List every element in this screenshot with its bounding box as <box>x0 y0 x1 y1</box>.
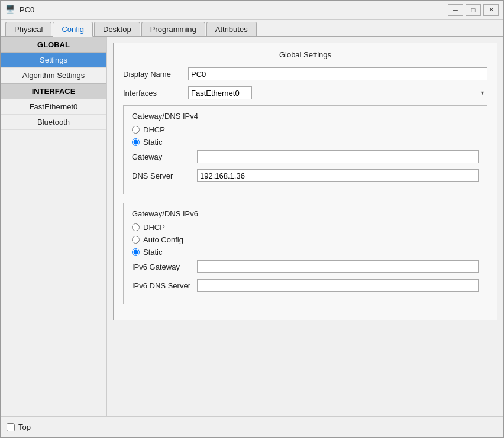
ipv6-gateway-input[interactable] <box>197 260 479 273</box>
minimize-button[interactable]: ─ <box>448 4 463 16</box>
ipv6-static-radio[interactable] <box>132 248 140 256</box>
ipv6-dns-label: IPv6 DNS Server <box>132 281 197 290</box>
ipv6-autoconfig-row: Auto Config <box>132 235 479 244</box>
dns-server-label: DNS Server <box>132 171 197 180</box>
right-panel: Global Settings Display Name Interfaces … <box>107 37 503 416</box>
panel-title: Global Settings <box>123 50 487 59</box>
top-checkbox[interactable] <box>7 423 15 431</box>
ipv4-dhcp-label: DHCP <box>143 125 165 134</box>
ipv6-dns-input[interactable] <box>197 279 479 292</box>
sidebar-item-fastethernet0[interactable]: FastEthernet0 <box>1 99 106 115</box>
close-button[interactable]: ✕ <box>483 4 499 16</box>
ipv4-dhcp-row: DHCP <box>132 125 479 134</box>
ipv6-dhcp-radio[interactable] <box>132 223 140 231</box>
tab-physical[interactable]: Physical <box>5 22 51 36</box>
display-name-input[interactable] <box>188 67 487 80</box>
ipv4-static-label: Static <box>143 138 163 147</box>
dns-server-row: DNS Server <box>132 169 479 182</box>
ipv6-static-label: Static <box>143 248 163 257</box>
ipv6-dns-row: IPv6 DNS Server <box>132 279 479 292</box>
window-title: PC0 <box>20 5 34 14</box>
ipv4-title: Gateway/DNS IPv4 <box>132 112 479 121</box>
app-icon: 🖥️ <box>5 5 16 15</box>
gateway-row: Gateway <box>132 150 479 163</box>
dns-server-input[interactable] <box>197 169 479 182</box>
interfaces-row: Interfaces FastEthernet0 Bluetooth <box>123 86 487 99</box>
sidebar-item-algorithm-settings[interactable]: Algorithm Settings <box>1 68 106 83</box>
interfaces-select-wrapper: FastEthernet0 Bluetooth <box>188 86 487 99</box>
sidebar-global-header: GLOBAL <box>1 37 106 53</box>
title-bar-controls: ─ □ ✕ <box>448 4 499 16</box>
ipv4-section: Gateway/DNS IPv4 DHCP Static Gateway <box>123 105 487 194</box>
title-bar-left: 🖥️ PC0 <box>5 5 34 15</box>
main-content: GLOBAL Settings Algorithm Settings INTER… <box>1 37 503 416</box>
title-bar: 🖥️ PC0 ─ □ ✕ <box>1 1 503 20</box>
display-name-row: Display Name <box>123 67 487 80</box>
ipv6-autoconfig-label: Auto Config <box>143 235 183 244</box>
ipv4-dhcp-radio[interactable] <box>132 126 140 134</box>
sidebar-item-bluetooth[interactable]: Bluetooth <box>1 115 106 130</box>
ipv6-autoconfig-radio[interactable] <box>132 236 140 244</box>
sidebar-item-settings[interactable]: Settings <box>1 53 106 68</box>
main-window: 🖥️ PC0 ─ □ ✕ Physical Config Desktop Pro… <box>0 0 504 438</box>
sidebar-scroll: GLOBAL Settings Algorithm Settings INTER… <box>1 37 106 416</box>
ipv6-dhcp-row: DHCP <box>132 223 479 232</box>
tab-config[interactable]: Config <box>53 22 93 37</box>
sidebar: GLOBAL Settings Algorithm Settings INTER… <box>1 37 107 416</box>
ipv6-section: Gateway/DNS IPv6 DHCP Auto Config Static <box>123 203 487 304</box>
bottom-bar: Top <box>1 416 503 437</box>
ipv6-title: Gateway/DNS IPv6 <box>132 209 479 218</box>
ipv4-static-row: Static <box>132 138 479 147</box>
ipv6-gateway-row: IPv6 Gateway <box>132 260 479 273</box>
tab-bar: Physical Config Desktop Programming Attr… <box>1 20 503 37</box>
tab-programming[interactable]: Programming <box>141 22 205 36</box>
ipv4-static-radio[interactable] <box>132 138 140 146</box>
interfaces-select[interactable]: FastEthernet0 Bluetooth <box>188 86 252 99</box>
ipv6-static-row: Static <box>132 248 479 257</box>
ipv6-dhcp-label: DHCP <box>143 223 165 232</box>
ipv6-gateway-label: IPv6 Gateway <box>132 262 197 271</box>
maximize-button[interactable]: □ <box>466 4 481 16</box>
gateway-label: Gateway <box>132 153 197 161</box>
gateway-input[interactable] <box>197 150 479 163</box>
panel-box: Global Settings Display Name Interfaces … <box>113 43 497 320</box>
top-label: Top <box>18 423 31 431</box>
tab-attributes[interactable]: Attributes <box>206 22 257 36</box>
display-name-label: Display Name <box>123 70 188 79</box>
interfaces-label: Interfaces <box>123 89 188 98</box>
tab-desktop[interactable]: Desktop <box>94 22 140 36</box>
sidebar-interface-header: INTERFACE <box>1 83 106 99</box>
